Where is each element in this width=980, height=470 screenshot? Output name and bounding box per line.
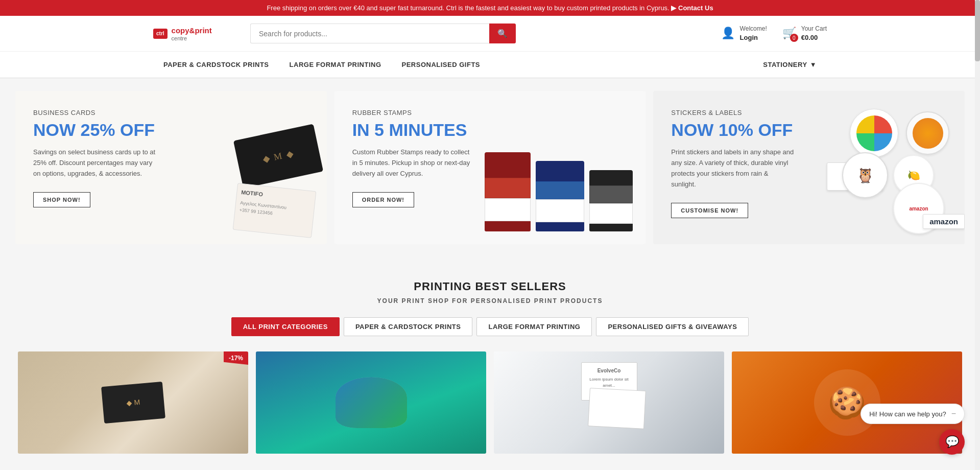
filter-tab-gifts[interactable]: PERSONALISED GIFTS & GIVEAWAYS [596, 317, 749, 336]
product-image-2 [256, 351, 486, 454]
cart-badge: 0 [790, 34, 798, 42]
cart-text: Your Cart €0.00 [801, 25, 827, 42]
logo-ctrl: ctrl [153, 29, 168, 39]
cart-area[interactable]: 🛒 0 Your Cart €0.00 [782, 25, 827, 42]
product-card-3[interactable]: EvolveCo Lorem ipsum dolor sit amet... [494, 351, 724, 454]
best-sellers-title: PRINTING BEST SELLERS [15, 280, 965, 293]
promo-card-content-2: RUBBER STAMPS IN 5 MINUTES Custom Rubber… [352, 109, 628, 207]
search-bar: 🔍 [250, 24, 516, 43]
user-login-area[interactable]: 👤 Welcome! Login [721, 25, 767, 42]
filter-tabs: ALL PRINT CATEGORIES PAPER & CARDSTOCK P… [15, 317, 965, 336]
cart-icon: 🛒 0 [782, 27, 796, 40]
promo-card-rubber-stamps: RUBBER STAMPS IN 5 MINUTES Custom Rubber… [334, 91, 646, 244]
search-icon: 🔍 [497, 29, 508, 38]
promo-category-3: STICKERS & LABELS [671, 109, 947, 116]
cart-label: Your Cart [801, 25, 827, 33]
promo-desc-1: Savings on select business cards up to a… [33, 147, 156, 179]
header-right: 👤 Welcome! Login 🛒 0 Your Cart €0.00 [721, 25, 827, 42]
promo-heading-1: NOW 25% OFF [33, 121, 309, 139]
filter-tab-paper[interactable]: PAPER & CARDSTOCK PRINTS [344, 317, 473, 336]
promo-card-stickers: STICKERS & LABELS NOW 10% OFF Print stic… [653, 91, 965, 244]
logo-name: copy&print [172, 26, 212, 36]
search-input[interactable] [250, 24, 489, 43]
promo-desc-2: Custom Rubber Stamps ready to collect in… [352, 147, 475, 179]
logo[interactable]: ctrl copy&print centre [153, 26, 235, 42]
search-button[interactable]: 🔍 [489, 24, 516, 43]
filter-tab-all[interactable]: ALL PRINT CATEGORIES [231, 317, 340, 336]
banner-text: Free shipping on orders over €40 and sup… [267, 4, 669, 12]
scrollbar-thumb [975, 0, 980, 61]
user-text: Welcome! Login [740, 25, 767, 42]
nav-item-large-format[interactable]: LARGE FORMAT PRINTING [279, 52, 392, 78]
promo-cta-1[interactable]: SHOP NOW! [33, 192, 90, 207]
best-sellers-sub: YOUR PRINT SHOP FOR PERSONALISED PRINT P… [15, 297, 965, 304]
best-sellers-section: PRINTING BEST SELLERS YOUR PRINT SHOP FO… [15, 270, 965, 469]
chat-widget: Hi! How can we help you? − 💬 [861, 404, 965, 455]
promo-card-content-1: BUSINESS CARDS NOW 25% OFF Savings on se… [33, 109, 309, 207]
products-row: -17% ◆ M [15, 351, 965, 454]
promo-category-2: RUBBER STAMPS [352, 109, 628, 116]
user-icon: 👤 [721, 27, 735, 40]
chevron-down-icon: ▼ [810, 61, 817, 68]
chat-close-button[interactable]: − [951, 409, 956, 418]
promo-heading-2: IN 5 MINUTES [352, 121, 628, 139]
promo-card-content-3: STICKERS & LABELS NOW 10% OFF Print stic… [671, 109, 947, 218]
nav-item-paper-cardstock[interactable]: PAPER & CARDSTOCK PRINTS [153, 52, 279, 78]
nav: PAPER & CARDSTOCK PRINTS LARGE FORMAT PR… [0, 52, 980, 78]
promo-cta-3[interactable]: CUSTOMISE NOW! [671, 203, 748, 218]
product-image-1: -17% ◆ M [18, 351, 248, 454]
best-sellers-sub-text: YOUR PRINT SHOP FOR [377, 297, 468, 304]
promo-card-business-cards: BUSINESS CARDS NOW 25% OFF Savings on se… [15, 91, 327, 244]
promo-category-1: BUSINESS CARDS [33, 109, 309, 116]
promo-desc-3: Print stickers and labels in any shape a… [671, 147, 794, 190]
promo-grid: BUSINESS CARDS NOW 25% OFF Savings on se… [15, 91, 965, 244]
product-card-1[interactable]: -17% ◆ M [18, 351, 248, 454]
promo-cta-2[interactable]: ORDER NOW! [352, 192, 414, 207]
cart-price: €0.00 [801, 33, 827, 42]
welcome-label: Welcome! [740, 25, 767, 33]
top-banner: Free shipping on orders over €40 and sup… [0, 0, 980, 16]
nav-item-stationery[interactable]: STATIONERY ▼ [753, 52, 827, 78]
best-sellers-sub-bold: PERSONALISED PRINT PRODUCTS [471, 297, 603, 304]
product-image-3: EvolveCo Lorem ipsum dolor sit amet... [494, 351, 724, 454]
chat-icon: 💬 [945, 435, 959, 449]
stationery-label: STATIONERY [763, 61, 807, 68]
chat-bubble-text: Hi! How can we help you? [869, 410, 946, 418]
contact-us-link[interactable]: ▶ Contact Us [671, 4, 713, 12]
nav-item-personalised-gifts[interactable]: PERSONALISED GIFTS [392, 52, 490, 78]
logo-centre: centre [172, 35, 212, 41]
page-scrollbar[interactable] [975, 0, 980, 470]
promo-heading-3: NOW 10% OFF [671, 121, 947, 139]
header: ctrl copy&print centre 🔍 👤 Welcome! Logi… [0, 16, 980, 52]
chat-open-button[interactable]: 💬 [939, 429, 965, 455]
chat-bubble: Hi! How can we help you? − [861, 404, 965, 424]
login-link[interactable]: Login [740, 33, 767, 42]
main-content: BUSINESS CARDS NOW 25% OFF Savings on se… [0, 78, 980, 470]
product-card-2[interactable] [256, 351, 486, 454]
filter-tab-large-format[interactable]: LARGE FORMAT PRINTING [476, 317, 592, 336]
